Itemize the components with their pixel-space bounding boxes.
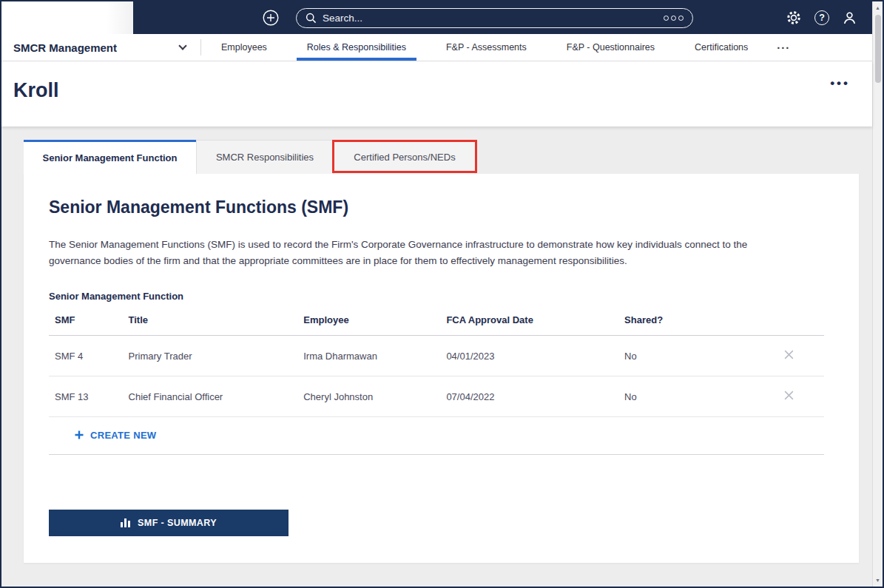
logo-area — [1, 1, 133, 34]
cell-shared: No — [618, 376, 777, 417]
topbar-icons: ? — [786, 1, 857, 34]
tab-senior-management-function[interactable]: Senior Management Function — [24, 140, 196, 174]
user-profile-icon[interactable] — [842, 10, 857, 26]
section-description: The Senior Management Functions (SMF) is… — [49, 237, 780, 268]
create-new-row: CREATE NEW — [49, 417, 824, 455]
delete-icon[interactable] — [783, 390, 794, 401]
chevron-down-icon — [178, 41, 186, 50]
nav-tabs: Employees Roles & Responsibilities F&P -… — [201, 34, 797, 61]
tab-certified-persons-wrap: Certified Persons/NEDs — [334, 140, 476, 174]
smf-summary-button[interactable]: SMF - SUMMARY — [49, 510, 289, 536]
cell-fca-approval-date: 07/04/2022 — [440, 376, 618, 417]
app-window: ? SMCR Management Employees Roles & Resp… — [0, 0, 884, 588]
create-new-label: CREATE NEW — [90, 430, 156, 441]
delete-icon[interactable] — [783, 349, 794, 360]
tab-strip: Senior Management Function SMCR Responsi… — [24, 140, 859, 174]
smf-card: Senior Management Functions (SMF) The Se… — [24, 174, 859, 563]
scrollbar[interactable]: ▲ ▼ — [872, 1, 883, 587]
cell-fca-approval-date: 04/01/2023 — [440, 336, 618, 376]
tab-smcr-responsibilities[interactable]: SMCR Responsibilities — [196, 140, 334, 174]
add-icon[interactable] — [263, 10, 279, 26]
nav-tab-roles-responsibilities[interactable]: Roles & Responsibilities — [287, 34, 426, 61]
table-row: SMF 4 Primary Trader Irma Dharmawan 04/0… — [49, 336, 824, 376]
create-new-button[interactable]: CREATE NEW — [75, 430, 156, 441]
col-header-fca-approval-date: FCA Approval Date — [440, 303, 618, 336]
col-header-employee: Employee — [297, 303, 440, 336]
cell-smf: SMF 13 — [49, 376, 123, 417]
settings-gear-icon[interactable] — [786, 10, 802, 26]
bar-chart-icon — [121, 518, 131, 527]
col-header-actions — [777, 303, 824, 336]
scrollbar-thumb[interactable] — [875, 15, 881, 83]
cell-employee: Irma Dharmawan — [297, 336, 440, 376]
search-bar[interactable] — [296, 8, 693, 28]
module-navbar: SMCR Management Employees Roles & Respon… — [1, 34, 872, 61]
nav-tab-certifications[interactable]: Certifications — [675, 34, 768, 61]
smf-table: SMF Title Employee FCA Approval Date Sha… — [49, 303, 824, 417]
search-options-icon[interactable] — [664, 16, 684, 21]
app-title: SMCR Management — [13, 41, 117, 54]
search-input[interactable] — [323, 13, 658, 24]
table-title: Senior Management Function — [49, 291, 834, 302]
page-header: Kroll ••• — [1, 61, 872, 126]
cell-title: Chief Financial Officer — [123, 376, 298, 417]
col-header-smf: SMF — [49, 303, 123, 336]
cell-shared: No — [618, 336, 777, 376]
cell-title: Primary Trader — [123, 336, 298, 376]
topbar: ? — [1, 1, 872, 34]
content-area: Senior Management Function SMCR Responsi… — [1, 126, 872, 587]
search-icon — [306, 13, 317, 24]
tab-certified-persons-neds[interactable]: Certified Persons/NEDs — [334, 140, 476, 174]
nav-tab-fp-assessments[interactable]: F&P - Assessments — [426, 34, 547, 61]
col-header-title: Title — [123, 303, 298, 336]
table-header-row: SMF Title Employee FCA Approval Date Sha… — [49, 303, 824, 336]
help-icon[interactable]: ? — [814, 10, 829, 25]
main-column: ? SMCR Management Employees Roles & Resp… — [1, 1, 872, 587]
section-heading: Senior Management Functions (SMF) — [49, 197, 834, 217]
nav-tab-fp-questionnaires[interactable]: F&P - Questionnaires — [547, 34, 675, 61]
nav-more-icon[interactable]: ··· — [769, 34, 797, 61]
table-row: SMF 13 Chief Financial Officer Cheryl Jo… — [49, 376, 824, 417]
nav-tab-employees[interactable]: Employees — [201, 34, 287, 61]
cell-smf: SMF 4 — [49, 336, 123, 376]
scroll-up-icon[interactable]: ▲ — [875, 1, 880, 14]
smf-summary-label: SMF - SUMMARY — [138, 518, 217, 528]
cell-employee: Cheryl Johnston — [297, 376, 440, 417]
page-title: Kroll — [13, 79, 59, 102]
col-header-shared: Shared? — [618, 303, 777, 336]
app-switcher[interactable]: SMCR Management — [1, 34, 200, 61]
plus-icon — [75, 430, 84, 439]
page-menu-icon[interactable]: ••• — [830, 76, 850, 91]
scroll-down-icon[interactable]: ▼ — [875, 574, 880, 587]
